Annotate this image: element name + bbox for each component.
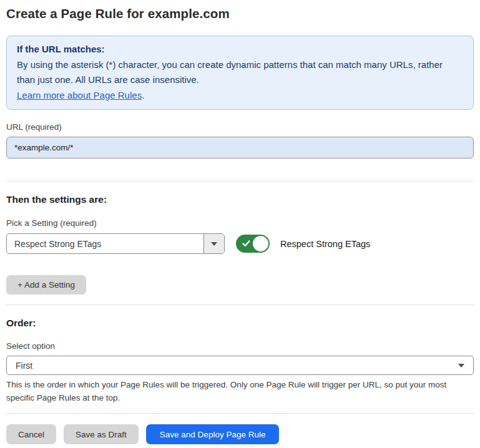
setting-row: Respect Strong ETags Respect Strong ETag… <box>6 233 474 254</box>
order-select-label: Select option <box>6 341 474 351</box>
chevron-down-icon <box>458 364 464 368</box>
divider <box>6 413 474 414</box>
setting-select-arrow-button[interactable] <box>203 234 224 253</box>
add-setting-button[interactable]: + Add a Setting <box>6 275 86 295</box>
url-field-label: URL (required) <box>6 122 474 132</box>
order-select-value: First <box>16 361 458 371</box>
setting-select-value: Respect Strong ETags <box>7 234 203 253</box>
divider <box>6 181 474 182</box>
info-box-link-line: Learn more about Page Rules. <box>17 88 463 104</box>
order-help-text: This is the order in which your Page Rul… <box>6 378 474 404</box>
respect-strong-etags-toggle[interactable] <box>236 235 270 253</box>
create-page-rule-panel: Create a Page Rule for example.com If th… <box>0 5 480 444</box>
url-input[interactable] <box>6 137 474 158</box>
info-box-heading: If the URL matches: <box>17 42 463 57</box>
check-icon <box>242 240 250 247</box>
actions-row: Cancel Save as Draft Save and Deploy Pag… <box>6 424 474 444</box>
dropdown-arrow-icon <box>211 242 217 246</box>
toggle-knob <box>253 236 268 251</box>
cancel-button[interactable]: Cancel <box>6 424 56 444</box>
toggle-label: Respect Strong ETags <box>280 239 370 249</box>
settings-section-heading: Then the settings are: <box>6 194 474 205</box>
divider <box>6 304 474 305</box>
learn-more-link[interactable]: Learn more about Page Rules <box>17 90 142 100</box>
page-title: Create a Page Rule for example.com <box>6 5 474 22</box>
save-and-deploy-button[interactable]: Save and Deploy Page Rule <box>146 424 280 444</box>
link-suffix: . <box>142 90 144 100</box>
save-as-draft-button[interactable]: Save as Draft <box>64 424 139 444</box>
order-section-heading: Order: <box>6 318 474 329</box>
pick-setting-label: Pick a Setting (required) <box>6 218 474 228</box>
setting-select[interactable]: Respect Strong ETags <box>6 233 225 254</box>
info-box-body: By using the asterisk (*) character, you… <box>17 57 448 88</box>
url-matches-info-box: If the URL matches: By using the asteris… <box>6 36 474 110</box>
order-select[interactable]: First <box>6 356 474 375</box>
